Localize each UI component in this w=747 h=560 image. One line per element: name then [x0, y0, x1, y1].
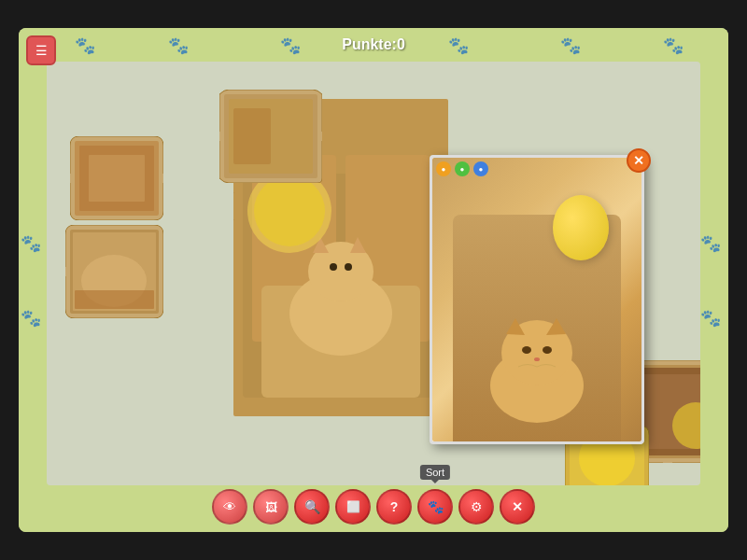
puzzle-piece-loose-2[interactable]	[65, 225, 163, 318]
svg-point-35	[543, 346, 552, 354]
puzzle-piece-tl[interactable]	[219, 90, 322, 183]
grid-button[interactable]: ⬜	[335, 489, 371, 525]
puzzle-piece-loose-1[interactable]	[70, 136, 163, 220]
zoom-button[interactable]: 🔍	[294, 489, 330, 525]
preview-dialog: ● ● ● ✕	[430, 155, 644, 444]
svg-point-11	[345, 263, 352, 271]
grid-icon: ⬜	[346, 500, 360, 513]
toolbar: 👁 🖼 🔍 ⬜ ? Sort 🐾 ⚙ ✕	[212, 489, 535, 525]
paw-icon: 🐾	[21, 233, 41, 254]
balloon-shape	[553, 195, 609, 260]
close-icon: ✕	[512, 499, 523, 514]
sort-tooltip: Sort	[420, 465, 450, 480]
paw-icon: 🐾	[700, 308, 721, 329]
svg-point-34	[522, 346, 531, 354]
preview-btn-2[interactable]: ●	[455, 161, 470, 176]
preview-close-button[interactable]: ✕	[627, 148, 651, 173]
zoom-icon: 🔍	[304, 499, 320, 514]
close-button[interactable]: ✕	[500, 489, 535, 525]
svg-rect-19	[89, 155, 145, 202]
score-bar: Punkte:0	[19, 28, 728, 62]
menu-icon: ☰	[35, 43, 48, 58]
preview-image	[432, 158, 641, 441]
sort-button[interactable]: Sort 🐾	[417, 489, 453, 525]
app: 🐾 🐾 🐾 🐾 🐾 🐾 🐾 🐾 🐾 🐾 🐾 🐾 🐾 Punkte:0 ☰	[0, 0, 747, 560]
sort-icon: 🐾	[428, 499, 444, 514]
settings-icon: ⚙	[471, 499, 483, 514]
preview-btn-1[interactable]: ●	[436, 161, 451, 176]
eye-icon: 👁	[223, 499, 236, 514]
help-icon: ?	[390, 499, 399, 514]
preview-btn-3[interactable]: ●	[473, 161, 488, 176]
menu-button[interactable]: ☰	[26, 35, 56, 65]
svg-point-36	[534, 357, 540, 361]
help-button[interactable]: ?	[376, 489, 412, 525]
paw-icon: 🐾	[700, 233, 721, 254]
score-display: Punkte:0	[342, 36, 405, 53]
svg-rect-16	[233, 108, 271, 164]
svg-point-13	[254, 175, 325, 246]
paw-icon: 🐾	[21, 308, 41, 329]
eye-button[interactable]: 👁	[212, 489, 247, 525]
svg-rect-23	[75, 290, 154, 309]
image-button[interactable]: 🖼	[253, 489, 289, 525]
settings-button[interactable]: ⚙	[458, 489, 494, 525]
image-icon: 🖼	[265, 500, 277, 514]
preview-header: ● ● ●	[436, 161, 488, 176]
puzzle-area: ● ● ● ✕	[47, 62, 700, 485]
game-container: 🐾 🐾 🐾 🐾 🐾 🐾 🐾 🐾 🐾 🐾 🐾 🐾 🐾 Punkte:0 ☰	[19, 28, 728, 532]
svg-point-10	[330, 263, 337, 271]
cat-svg	[476, 311, 598, 423]
